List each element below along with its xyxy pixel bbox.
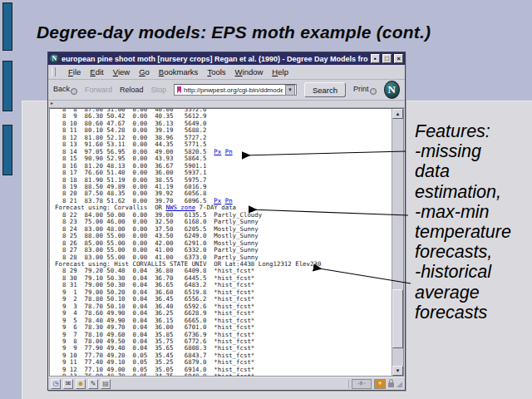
menu-item-help[interactable]: Help	[272, 67, 288, 76]
print-button[interactable]: Print	[353, 85, 377, 95]
forward-button[interactable]: Forward	[85, 86, 112, 94]
minimize-button[interactable]: ▪	[371, 54, 380, 63]
mail-icon[interactable]: ✉	[63, 379, 73, 389]
address-book-icon[interactable]: ▤	[101, 379, 111, 389]
features-line: average	[415, 283, 532, 303]
status-bar: ◷✉☻✎▤ -⊪- ✈ ◢	[48, 377, 405, 390]
back-button[interactable]: Back	[53, 85, 77, 95]
data-row: 9 13 76.90 48.70 0.05 34.75 6948.8 *hist…	[55, 373, 392, 376]
window-titlebar[interactable]: N european pine shoot moth [nursery crop…	[48, 52, 405, 65]
features-line: forecasts,	[415, 242, 532, 262]
navigation-toolbar: Back Forward Reload Stop ▼ Search Print …	[48, 80, 405, 101]
progress-widget: -⊪-	[352, 379, 372, 389]
menu-bar: FileEditViewGoBookmarksToolsWindowHelp	[48, 65, 405, 80]
page-text: 8 8 87.00 51.00 0.00 40.00 5572.6 8 9 86…	[50, 109, 392, 376]
url-dropdown-icon[interactable]: ▼	[285, 85, 295, 96]
netscape-logo[interactable]: N	[384, 81, 401, 99]
slide-accent-bar	[2, 125, 12, 175]
menu-item-file[interactable]: File	[68, 67, 81, 76]
navigator-clock-icon[interactable]: ◷	[51, 379, 61, 389]
reload-button[interactable]: Reload	[120, 86, 144, 94]
features-line: data	[415, 161, 532, 181]
instant-messenger-icon[interactable]: ☻	[76, 379, 86, 389]
features-line: temperature	[415, 222, 532, 242]
link-nws-zone[interactable]: NWS zone	[166, 204, 196, 211]
search-button[interactable]: Search	[304, 82, 346, 97]
menu-item-bookmarks[interactable]: Bookmarks	[159, 67, 199, 76]
menu-item-window[interactable]: Window	[235, 67, 264, 76]
close-button[interactable]: ×	[394, 54, 403, 63]
bookmark-icon[interactable]	[177, 86, 181, 94]
features-line: forecasts	[415, 303, 532, 323]
features-line: -max-min	[415, 202, 532, 222]
scrollbar-track[interactable]	[392, 119, 403, 366]
personal-toolbar-collapsed[interactable]: ▸	[48, 101, 405, 108]
netscape-icon: N	[50, 54, 59, 63]
toolbar-grip[interactable]	[52, 67, 56, 76]
slide-accent-bar	[2, 61, 12, 111]
vertical-scrollbar[interactable]: ▲ ▼	[392, 109, 403, 376]
composer-icon[interactable]: ✎	[88, 379, 98, 389]
page-title: Degree-day models: EPS moth example (con…	[37, 22, 431, 42]
print-dropdown-icon[interactable]	[370, 88, 377, 95]
status-mini-icon: ✈	[374, 379, 386, 389]
back-dropdown-icon[interactable]	[71, 88, 77, 95]
status-spacer	[113, 380, 349, 388]
features-line: estimation,	[415, 182, 532, 202]
features-text: Features:-missingdataestimation,-max-min…	[415, 121, 532, 323]
link-pn[interactable]: Pn	[225, 148, 233, 155]
stop-button[interactable]: Stop	[151, 86, 167, 94]
menu-item-edit[interactable]: Edit	[90, 67, 103, 76]
menu-item-go[interactable]: Go	[139, 67, 150, 76]
menu-item-view[interactable]: View	[113, 67, 130, 76]
url-bar: ▼	[174, 84, 297, 96]
features-line: Features:	[415, 121, 532, 141]
browser-window: N european pine shoot moth [nursery crop…	[47, 52, 406, 391]
scrollbar-thumb[interactable]	[392, 289, 403, 348]
window-title: european pine shoot moth [nursery crops]…	[62, 55, 368, 63]
url-input[interactable]	[184, 86, 283, 94]
maximize-button[interactable]: □	[382, 54, 392, 63]
scroll-up-icon[interactable]: ▲	[392, 109, 403, 119]
browser-content: 8 8 87.00 51.00 0.00 40.00 5572.6 8 9 86…	[49, 108, 404, 377]
features-line: -missing	[415, 141, 532, 161]
slide-accent-bar	[2, 2, 12, 51]
menu-item-tools[interactable]: Tools	[207, 67, 225, 76]
security-lock-icon[interactable]	[388, 382, 394, 387]
features-line: -historical	[415, 262, 532, 282]
scroll-down-icon[interactable]: ▼	[392, 366, 403, 376]
link-px[interactable]: Px	[214, 148, 221, 155]
resize-grip-icon[interactable]: ◢	[397, 379, 402, 389]
